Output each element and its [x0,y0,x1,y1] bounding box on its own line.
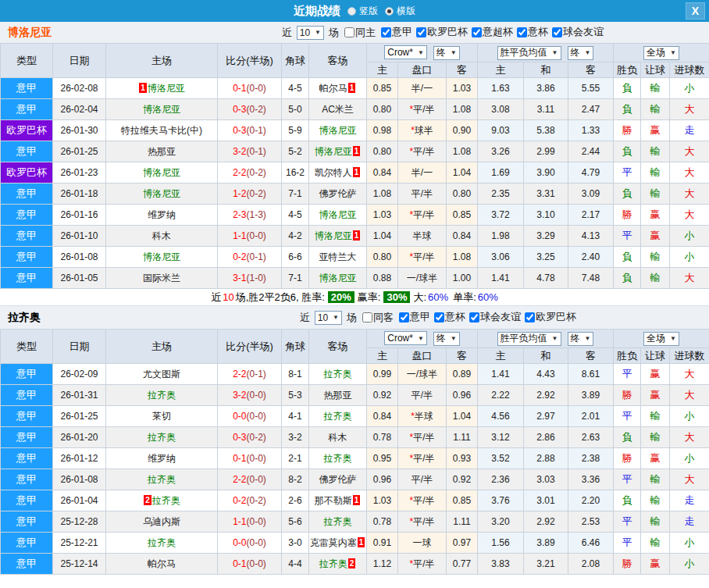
league-checkbox[interactable] [525,312,535,323]
team-name: 博洛尼亚 [148,83,185,94]
league-checkbox[interactable] [399,312,409,323]
league-checkbox[interactable] [381,27,391,37]
team-section-home: 博洛尼亚 近 10▼ 场 同主 意甲欧罗巴杯意超杯意杯球会友谊 类型 日期 主场 [0,22,709,305]
league-filter[interactable]: 欧罗巴杯 [412,25,468,39]
scope-select[interactable]: 全场▼ [643,332,679,346]
team-filter-bar: 拉齐奥 近 10▼ 场 同客 意甲意杯球会友谊欧罗巴杯 [0,305,709,329]
league-filter[interactable]: 欧罗巴杯 [521,310,576,324]
result-cell: 負 [614,184,641,205]
avg-home-cell: 3.83 [478,554,524,575]
home-odds-cell: 0.96 [367,469,398,490]
league-filter[interactable]: 意杯 [430,310,465,324]
team-name: 那不勒斯 [315,495,352,506]
chevron-down-icon: ▼ [552,49,558,56]
corners-cell: 4-5 [282,78,309,99]
odds-stage-select[interactable]: 终▼ [433,46,460,60]
away-team-cell: 凯尔特人1 [309,162,367,184]
col-odds-home: 主 [367,62,398,78]
away-team-cell: 佛罗伦萨 [309,184,367,205]
league-filter[interactable]: 球会友谊 [465,310,521,324]
home-odds-cell: 0.98 [367,120,398,141]
corners-cell: 5-9 [282,120,309,141]
bookmaker-select[interactable]: Crow*▼ [384,45,427,59]
same-venue-filter[interactable]: 同主 [340,26,376,40]
match-count-select[interactable]: 10▼ [315,311,342,325]
team-name: 科木 [152,230,171,241]
vertical-layout-radio[interactable] [347,7,356,16]
league-label: 意杯 [445,310,465,324]
team-name: 拉齐奥 [152,495,180,506]
league-cell: 欧罗巴杯 [1,120,53,141]
col-corner: 角球 [282,44,309,78]
away-team-cell: 拉齐奥 [309,364,367,385]
corners-cell: 5-3 [282,385,309,406]
date-cell: 26-01-04 [53,490,106,511]
league-filter[interactable]: 意甲 [395,310,430,324]
wdl-stage-select[interactable]: 终▼ [568,332,594,346]
match-row: 意甲 26-01-10 科木 1-1(0-0) 4-2 博洛尼亚1 1.04 半… [1,226,709,247]
home-team-cell: 热那亚 [106,141,218,162]
panel-title: 近期战绩 [294,4,340,19]
match-row: 意甲 26-02-08 1博洛尼亚 0-1(0-0) 4-5 帕尔马1 0.85… [1,78,709,99]
col-goals: 进球数 [670,348,709,364]
team-name: 博洛尼亚 [319,125,357,136]
odds-stage-select[interactable]: 终▼ [433,332,460,346]
league-checkbox[interactable] [552,27,562,37]
match-row: 欧罗巴杯 26-01-30 特拉维夫马卡比(中) 0-3(0-1) 5-9 博洛… [1,120,709,141]
date-cell: 26-01-20 [53,427,106,448]
date-cell: 26-01-08 [53,247,106,268]
handicap-line-cell: *平/半 [398,247,447,268]
chevron-down-icon: ▼ [552,335,558,342]
wdl-select[interactable]: 胜平负均值▼ [497,332,561,346]
league-checkbox[interactable] [469,312,479,323]
away-odds-cell: 0.97 [447,533,478,554]
games-label: 场 [329,26,339,40]
match-count-select[interactable]: 10▼ [297,26,324,40]
corners-cell: 6-6 [282,247,309,268]
wdl-stage-select[interactable]: 终▼ [568,46,594,60]
scope-select[interactable]: 全场▼ [643,46,679,60]
league-label: 球会友谊 [480,310,521,324]
avg-home-cell: 3.20 [478,511,524,533]
away-team-cell: 博洛尼亚1 [309,226,367,247]
match-row: 欧罗巴杯 26-01-23 博洛尼亚 2-2(0-2) 16-2 凯尔特人1 0… [1,162,709,184]
same-venue-filter[interactable]: 同客 [358,311,394,325]
home-team-cell: 2拉齐奥 [106,490,218,511]
same-venue-checkbox[interactable] [362,312,372,323]
league-cell: 意甲 [1,490,53,511]
league-cell: 欧罗巴杯 [1,162,53,184]
league-filter[interactable]: 球会友谊 [548,25,604,39]
match-row: 意甲 26-02-09 尤文图斯 2-2(0-1) 8-1 拉齐奥 0.99 一… [1,364,709,385]
goals-result-cell: 走 [670,490,709,511]
league-filter[interactable]: 意杯 [513,25,548,39]
league-checkbox[interactable] [434,312,444,323]
same-venue-checkbox[interactable] [344,27,354,37]
horizontal-layout-radio[interactable] [385,7,394,16]
league-checkbox[interactable] [472,27,482,37]
league-cell: 意甲 [1,226,53,247]
close-button[interactable]: X [686,2,705,20]
col-type: 类型 [1,44,53,78]
handicap-line-cell: *平/半 [398,448,447,469]
handicap-result-cell: 輸 [641,427,670,448]
score-cell: 0-1(0-0) [218,448,282,469]
avg-draw-cell: 3.90 [524,162,568,184]
bookmaker-select[interactable]: Crow*▼ [384,331,427,345]
avg-draw-cell: 2.92 [524,385,568,406]
league-filter[interactable]: 意超杯 [468,25,513,39]
date-cell: 26-01-12 [53,448,106,469]
ying-rate-badge: 30% [383,291,410,303]
league-label: 意杯 [528,25,548,39]
date-cell: 26-01-31 [53,385,106,406]
league-filter[interactable]: 意甲 [377,25,412,39]
home-odds-cell: 0.88 [367,268,398,289]
league-checkbox[interactable] [416,27,426,37]
wdl-select[interactable]: 胜平负均值▼ [497,46,561,60]
handicap-line-cell: *平/半 [398,490,447,511]
league-checkbox[interactable] [517,27,527,37]
avg-home-cell: 3.76 [478,490,524,511]
away-team-cell: 博洛尼亚 [309,205,367,226]
team-name: 国际米兰 [143,273,180,283]
handicap-result-cell: 輸 [641,99,670,120]
goals-result-cell: 小 [670,247,709,268]
